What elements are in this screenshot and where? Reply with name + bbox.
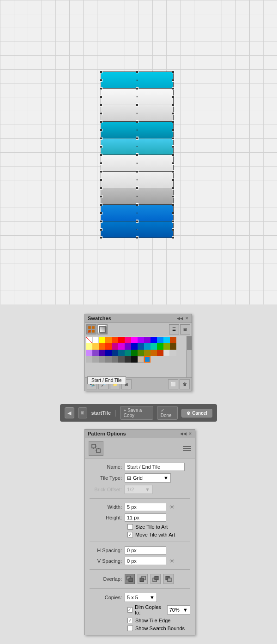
swatch-navy[interactable] bbox=[138, 343, 144, 350]
swatch-dark-blue[interactable] bbox=[131, 343, 138, 350]
pattern-options-panel: Pattern Options ◀◀ ✕ Name: bbox=[84, 429, 195, 635]
tiles-container: ▪ ▪ ▪ bbox=[101, 72, 174, 238]
swatch-gray6[interactable] bbox=[112, 356, 118, 363]
done-button[interactable]: ✓ Done bbox=[157, 406, 178, 420]
overlap-btn-4[interactable] bbox=[163, 574, 174, 584]
swatch-gray8[interactable] bbox=[125, 356, 131, 363]
swatch-very-dark-blue[interactable] bbox=[105, 350, 112, 356]
swatch-pattern-icon[interactable] bbox=[86, 324, 96, 334]
swatch-dark-violet[interactable] bbox=[99, 350, 105, 356]
tile-type-dropdown[interactable]: ⊞ Grid ▼ bbox=[125, 473, 171, 483]
panel-collapse-icon[interactable]: ◀◀ bbox=[177, 316, 183, 321]
swatch-gray1[interactable] bbox=[170, 350, 176, 356]
swatch-light-blue[interactable] bbox=[157, 337, 163, 343]
swatch-yellow[interactable] bbox=[99, 337, 105, 343]
dim-copies-select[interactable]: 70% ▼ bbox=[167, 605, 190, 614]
list-view-btn[interactable]: ☰ bbox=[169, 324, 179, 334]
swatch-medium-purple[interactable] bbox=[92, 350, 99, 356]
panel-close-icon[interactable]: ✕ bbox=[185, 316, 189, 321]
swatch-magenta[interactable] bbox=[131, 337, 138, 343]
swatch-dark-purple[interactable] bbox=[125, 343, 131, 350]
swatch-dark-magenta[interactable] bbox=[118, 343, 125, 350]
swatch-blue[interactable] bbox=[151, 337, 157, 343]
po-collapse-icon[interactable]: ◀◀ bbox=[180, 431, 187, 436]
tile-strip-4[interactable]: ▪ bbox=[101, 121, 174, 138]
tile-strip-2[interactable]: ▪ bbox=[101, 88, 174, 105]
width-input[interactable] bbox=[125, 503, 166, 511]
swatch-gray2[interactable] bbox=[86, 356, 92, 363]
swatch-gray5[interactable] bbox=[105, 356, 112, 363]
tile-strip-3[interactable] bbox=[101, 105, 174, 122]
swatch-brick[interactable] bbox=[157, 350, 163, 356]
swatch-dark-pink[interactable] bbox=[112, 343, 118, 350]
swatch-dark-seafoam[interactable] bbox=[125, 350, 131, 356]
scrollbar-thumb[interactable] bbox=[187, 336, 192, 350]
dim-copies-checkbox[interactable] bbox=[127, 607, 132, 613]
swatch-dark-red[interactable] bbox=[105, 343, 112, 350]
show-tile-edge-checkbox[interactable] bbox=[127, 618, 133, 623]
height-input[interactable] bbox=[125, 513, 166, 522]
overlap-btn-1[interactable] bbox=[125, 574, 135, 584]
size-to-art-checkbox[interactable] bbox=[127, 524, 133, 530]
swatch-lavender[interactable] bbox=[86, 350, 92, 356]
save-copy-button[interactable]: + Save a Copy bbox=[120, 406, 153, 420]
swatch-teal[interactable] bbox=[144, 343, 151, 350]
swatch-seafoam[interactable] bbox=[151, 343, 157, 350]
pattern-back-button[interactable]: ◀ bbox=[65, 407, 74, 418]
show-swatch-bounds-checkbox[interactable] bbox=[127, 626, 133, 631]
overlap-btn-2[interactable] bbox=[138, 574, 148, 584]
v-spacing-input[interactable] bbox=[125, 557, 166, 565]
swatch-dark-navy[interactable] bbox=[112, 350, 118, 356]
swatch-green[interactable] bbox=[157, 343, 163, 350]
tile-strip-1[interactable]: ▪ bbox=[101, 72, 174, 89]
swatch-dark-gold[interactable] bbox=[144, 350, 151, 356]
tile-strip-10[interactable]: ▪ bbox=[101, 221, 174, 238]
swatch-orange[interactable] bbox=[105, 337, 112, 343]
swatch-dark-olive[interactable] bbox=[138, 350, 144, 356]
swatch-violet[interactable] bbox=[144, 337, 151, 343]
swatch-purple[interactable] bbox=[138, 337, 144, 343]
swatch-dark-teal[interactable] bbox=[118, 350, 125, 356]
tile-strip-5[interactable] bbox=[101, 138, 174, 155]
swatch-duplicate-btn[interactable]: ⬜ bbox=[168, 379, 178, 389]
swatch-pink[interactable] bbox=[125, 337, 131, 343]
tile-strip-7[interactable]: ▪ bbox=[101, 171, 174, 188]
name-input[interactable] bbox=[125, 463, 185, 471]
swatch-none[interactable] bbox=[86, 337, 92, 343]
cancel-button[interactable]: ⊗ Cancel bbox=[181, 409, 212, 417]
po-close-icon[interactable]: ✕ bbox=[188, 431, 192, 436]
grid-view-btn[interactable]: ⊞ bbox=[180, 324, 190, 334]
tile-strip-6[interactable]: ▪ bbox=[101, 155, 174, 172]
swatches-scrollbar[interactable] bbox=[186, 336, 192, 377]
swatch-delete-btn[interactable]: 🗑 bbox=[180, 379, 190, 389]
swatch-white[interactable] bbox=[92, 337, 99, 343]
swatch-light-gray[interactable] bbox=[163, 350, 170, 356]
swatch-gray4[interactable] bbox=[99, 356, 105, 363]
swatch-gradient-icon[interactable] bbox=[97, 324, 108, 334]
move-tile-checkbox[interactable] bbox=[127, 532, 133, 537]
swatch-start-end-tile[interactable] bbox=[144, 356, 151, 363]
swatch-black[interactable] bbox=[131, 356, 138, 363]
transform-icon[interactable] bbox=[89, 441, 103, 456]
pattern-options-icon[interactable]: ⊞ bbox=[78, 407, 88, 418]
swatch-red[interactable] bbox=[118, 337, 125, 343]
swatch-cyan[interactable] bbox=[163, 337, 170, 343]
swatch-gray3[interactable] bbox=[92, 356, 99, 363]
swatch-dark-brown[interactable] bbox=[170, 343, 176, 350]
h-spacing-input[interactable] bbox=[125, 546, 166, 555]
po-menu-icon[interactable] bbox=[183, 446, 191, 451]
swatch-red-orange[interactable] bbox=[112, 337, 118, 343]
swatch-gold[interactable] bbox=[92, 343, 99, 350]
swatch-light-yellow[interactable] bbox=[86, 343, 92, 350]
overlap-btn-3[interactable] bbox=[151, 574, 161, 584]
swatch-gray7[interactable] bbox=[118, 356, 125, 363]
swatch-pattern1[interactable] bbox=[138, 356, 144, 363]
swatch-brown[interactable] bbox=[170, 337, 176, 343]
copies-dropdown[interactable]: 5 x 5 ▼ bbox=[125, 593, 157, 602]
tile-strip-8[interactable]: ▪ bbox=[101, 188, 174, 205]
tile-strip-9[interactable] bbox=[101, 204, 174, 221]
swatch-dark-orange[interactable] bbox=[99, 343, 105, 350]
swatch-warm-brown[interactable] bbox=[151, 350, 157, 356]
swatch-olive[interactable] bbox=[163, 343, 170, 350]
swatch-dark-green[interactable] bbox=[131, 350, 138, 356]
